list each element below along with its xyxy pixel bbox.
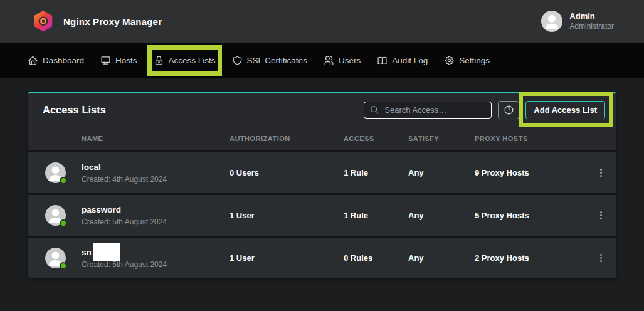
satisfy-value: Any: [408, 168, 475, 177]
main-nav: Dashboard Hosts Access Lists SSL Certifi…: [0, 43, 644, 78]
row-avatar: [45, 205, 66, 226]
access-value: 1 Rule: [344, 168, 408, 177]
nav-item-audit-log[interactable]: Audit Log: [377, 55, 428, 66]
nav-label: Settings: [459, 56, 490, 65]
proxy-hosts-value: 5 Proxy Hosts: [475, 211, 586, 220]
user-name: Admin: [569, 11, 614, 21]
page-title: Access Lists: [43, 104, 106, 116]
column-header-proxy-hosts: PROXY HOSTS: [475, 135, 586, 142]
name-cell: sn Created: 5th August 2024: [28, 248, 230, 269]
nav-item-access-lists[interactable]: Access Lists: [154, 55, 216, 66]
column-header-access: ACCESS: [344, 135, 408, 142]
access-lists-table: NAME AUTHORIZATION ACCESS SATISFY PROXY …: [28, 127, 616, 278]
app-header: Nginx Proxy Manager Admin Administrator: [0, 0, 644, 43]
access-list-name: sn: [82, 248, 92, 258]
nav-label: Audit Log: [392, 56, 428, 65]
book-icon: [377, 55, 388, 66]
column-header-satisfy: SATISFY: [408, 135, 475, 142]
nav-label: Hosts: [115, 56, 137, 65]
user-menu[interactable]: Admin Administrator: [541, 11, 614, 32]
satisfy-value: Any: [408, 211, 475, 220]
content: Access Lists Add Access List: [0, 78, 644, 278]
nav-item-settings[interactable]: Settings: [444, 55, 490, 66]
panel-controls: Add Access List: [364, 101, 605, 119]
redaction-box: [93, 243, 120, 261]
help-button[interactable]: [498, 101, 519, 119]
proxy-hosts-value: 2 Proxy Hosts: [475, 253, 586, 263]
users-icon: [324, 55, 334, 66]
status-dot: [60, 219, 67, 227]
row-menu-kebab-icon[interactable]: [586, 209, 616, 222]
search-icon: [370, 105, 379, 115]
proxy-hosts-value: 9 Proxy Hosts: [475, 168, 586, 177]
user-role: Administrator: [569, 22, 614, 31]
table-row: local Created: 4th August 2024 0 Users 1…: [28, 150, 616, 193]
authorization-value: 1 User: [230, 253, 344, 263]
nginx-proxy-manager-logo-icon: [31, 9, 55, 34]
add-button-label: Add Access List: [534, 105, 597, 115]
help-circle-icon: [504, 105, 514, 115]
home-icon: [28, 55, 38, 66]
name-cell: local Created: 4th August 2024: [28, 162, 230, 184]
access-value: 1 Rule: [344, 211, 408, 220]
name-cell: password Created: 5th August 2024: [28, 205, 230, 226]
column-header-authorization: AUTHORIZATION: [230, 135, 344, 142]
nav-item-ssl-certificates[interactable]: SSL Certificates: [232, 55, 307, 66]
status-dot: [60, 177, 67, 184]
row-avatar: [45, 248, 66, 268]
nav-item-hosts[interactable]: Hosts: [100, 55, 137, 66]
lock-icon: [154, 55, 164, 66]
gear-icon: [444, 55, 455, 66]
authorization-value: 1 User: [230, 211, 344, 220]
nav-item-users[interactable]: Users: [324, 55, 361, 66]
search-input[interactable]: [384, 105, 485, 115]
access-list-name: password: [82, 205, 167, 215]
column-header-name: NAME: [28, 135, 230, 142]
nav-label: Dashboard: [43, 56, 84, 65]
search-box: [364, 102, 492, 119]
status-dot: [60, 262, 67, 270]
access-lists-panel: Access Lists Add Access List: [28, 92, 616, 278]
created-date: Created: 4th August 2024: [82, 175, 167, 184]
row-menu-kebab-icon[interactable]: [586, 166, 616, 179]
row-menu-kebab-icon[interactable]: [586, 251, 616, 265]
authorization-value: 0 Users: [230, 168, 344, 177]
shield-icon: [232, 55, 243, 66]
monitor-icon: [100, 55, 111, 66]
user-avatar: [541, 11, 562, 32]
satisfy-value: Any: [408, 253, 475, 263]
nav-label: Users: [339, 56, 361, 65]
access-list-name: local: [82, 162, 167, 172]
nav-label: Access Lists: [169, 56, 216, 65]
table-row: password Created: 5th August 2024 1 User…: [28, 193, 616, 236]
add-access-list-button[interactable]: Add Access List: [525, 101, 605, 119]
access-value: 0 Rules: [344, 253, 408, 263]
table-header: NAME AUTHORIZATION ACCESS SATISFY PROXY …: [28, 127, 616, 150]
nav-item-dashboard[interactable]: Dashboard: [28, 55, 84, 66]
brand[interactable]: Nginx Proxy Manager: [31, 9, 162, 34]
panel-header: Access Lists Add Access List: [28, 93, 616, 127]
created-date: Created: 5th August 2024: [82, 260, 167, 269]
table-row: sn Created: 5th August 2024 1 User 0 Rul…: [28, 236, 616, 278]
app-title: Nginx Proxy Manager: [63, 16, 162, 27]
row-avatar: [45, 162, 66, 183]
created-date: Created: 5th August 2024: [82, 218, 167, 226]
nav-label: SSL Certificates: [247, 56, 307, 65]
